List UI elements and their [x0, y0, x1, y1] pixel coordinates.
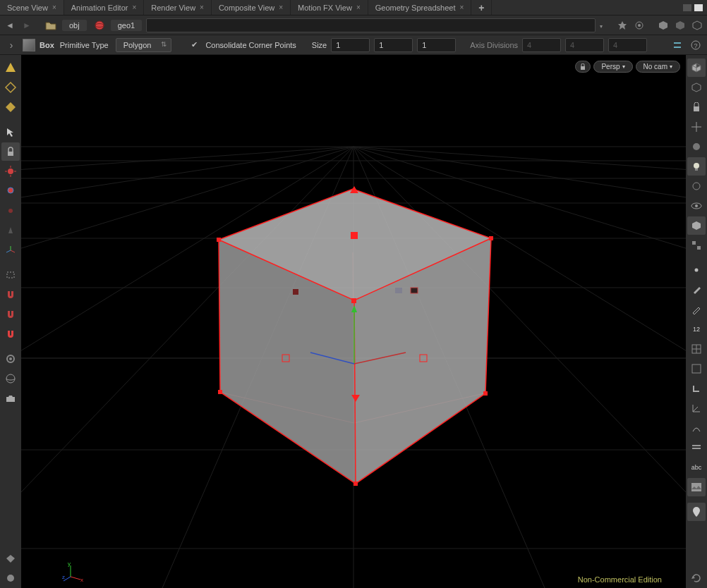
tool-display1[interactable]	[1, 59, 20, 77]
rtool-num12[interactable]: 12	[687, 320, 706, 338]
tool-lock[interactable]	[1, 142, 20, 161]
tab-animation-editor[interactable]: Animation Editor×	[64, 0, 145, 15]
maximize-icon[interactable]	[694, 4, 703, 11]
rtool-dot[interactable]	[687, 261, 706, 279]
target-button[interactable]	[632, 18, 646, 32]
rtool-sphere2[interactable]	[687, 177, 706, 195]
axis-x-input[interactable]	[522, 38, 561, 52]
size-z-input[interactable]	[417, 38, 456, 52]
settings-button[interactable]	[670, 38, 684, 52]
pin-button[interactable]	[615, 18, 629, 32]
svg-rect-72	[581, 66, 585, 70]
rtool-bars[interactable]	[687, 439, 706, 457]
path-dropdown-icon[interactable]	[598, 21, 603, 30]
sphere-icon	[95, 20, 104, 30]
rtool-shade2[interactable]	[687, 78, 706, 97]
rtool-cube-sel[interactable]	[687, 216, 706, 235]
close-icon[interactable]: ×	[459, 4, 464, 11]
rtool-image[interactable]	[687, 478, 706, 496]
consolidate-checkbox[interactable]: ✔	[191, 40, 201, 50]
tab-scene-view[interactable]: Scene View×	[0, 0, 64, 15]
svg-point-23	[6, 374, 15, 383]
camera-dropdown[interactable]: Persp▾	[593, 61, 632, 73]
viewport[interactable]: Persp▾ No cam▾ y x z Non-Commercial Edit…	[21, 55, 686, 588]
parameter-bar: › Box Primitive Type Polygon ✔ Consolida…	[0, 35, 707, 55]
tool-bottom1[interactable]	[1, 549, 20, 568]
brush-icon	[691, 285, 701, 295]
close-icon[interactable]: ×	[132, 4, 136, 11]
rtool-refresh[interactable]	[687, 569, 706, 587]
tool-magnet2[interactable]	[1, 305, 20, 324]
tool-orbit[interactable]	[1, 369, 20, 388]
rtool-lock[interactable]	[687, 98, 706, 116]
rtool-curve[interactable]	[687, 419, 706, 437]
expand-button[interactable]: ›	[4, 38, 18, 52]
geo-icon[interactable]	[92, 18, 107, 32]
primitive-type-label: Primitive Type	[60, 41, 109, 49]
tool-light1[interactable]	[1, 162, 20, 180]
left-toolbar	[0, 55, 21, 588]
rtool-light[interactable]	[687, 157, 706, 176]
path-root-icon[interactable]	[44, 18, 58, 32]
minimize-icon[interactable]	[683, 4, 691, 11]
rtool-sphere1[interactable]	[687, 137, 706, 156]
tool-bottom2[interactable]	[1, 569, 20, 587]
shading-button-3[interactable]	[690, 18, 704, 32]
axis-y-input[interactable]	[565, 38, 604, 52]
help-button[interactable]: ?	[689, 38, 703, 52]
svg-rect-67	[483, 391, 488, 396]
rtool-eye[interactable]	[687, 197, 706, 215]
axis-z-input[interactable]	[608, 38, 647, 52]
view-lock-button[interactable]	[575, 61, 591, 73]
orbit-icon	[5, 373, 16, 384]
svg-line-75	[71, 577, 80, 580]
add-tab-button[interactable]: +	[471, 0, 492, 15]
back-button[interactable]	[3, 18, 17, 32]
rtool-marker[interactable]	[687, 503, 706, 521]
primitive-type-dropdown[interactable]: Polygon	[116, 38, 172, 52]
display-dropdown[interactable]: No cam▾	[636, 61, 680, 73]
tool-light2[interactable]	[1, 182, 20, 200]
tool-magnet3[interactable]	[1, 325, 20, 343]
rtool-brush[interactable]	[687, 281, 706, 299]
svg-point-82	[693, 143, 700, 150]
rtool-L[interactable]	[687, 379, 706, 398]
shading-button-2[interactable]	[673, 18, 687, 32]
tool-light3[interactable]	[1, 202, 20, 220]
close-icon[interactable]: ×	[52, 4, 56, 11]
tool-magnet1[interactable]	[1, 286, 20, 304]
tab-composite-view[interactable]: Composite View×	[212, 0, 291, 15]
rtool-axes[interactable]	[687, 399, 706, 417]
rtool-shade1[interactable]	[687, 59, 706, 77]
tool-select[interactable]	[1, 123, 20, 141]
shading-button-1[interactable]	[656, 18, 670, 32]
rtool-grid2[interactable]	[687, 360, 706, 378]
rtool-pencil[interactable]	[687, 300, 706, 319]
tab-motion-fx-view[interactable]: Motion FX View×	[291, 0, 368, 15]
close-icon[interactable]: ×	[200, 4, 204, 11]
rtool-abc[interactable]: abc	[687, 458, 706, 477]
path-segment-obj[interactable]: obj	[62, 20, 87, 31]
size-x-input[interactable]	[331, 38, 370, 52]
tool-snap1[interactable]	[1, 266, 20, 284]
tool-axis[interactable]	[1, 241, 20, 259]
lock-icon	[692, 102, 701, 112]
tab-geometry-spreadsheet[interactable]: Geometry Spreadsheet×	[368, 0, 472, 15]
tool-camera[interactable]	[1, 389, 20, 408]
tab-render-view[interactable]: Render View×	[144, 0, 212, 15]
rtool-grid1[interactable]	[687, 340, 706, 358]
path-segment-geo1[interactable]: geo1	[111, 20, 142, 31]
close-icon[interactable]: ×	[279, 4, 283, 11]
rtool-cubes[interactable]	[687, 236, 706, 255]
tool-light4[interactable]	[1, 221, 20, 240]
forward-button[interactable]	[20, 18, 34, 32]
close-icon[interactable]: ×	[356, 4, 361, 11]
tool-gear[interactable]	[1, 350, 20, 368]
bulb-icon	[691, 161, 701, 171]
rtool-crosshair[interactable]	[687, 118, 706, 136]
tool-display3[interactable]	[1, 98, 20, 116]
eye-icon	[691, 202, 702, 210]
tool-display2[interactable]	[1, 78, 20, 97]
path-input[interactable]	[146, 18, 596, 32]
size-y-input[interactable]	[374, 38, 413, 52]
